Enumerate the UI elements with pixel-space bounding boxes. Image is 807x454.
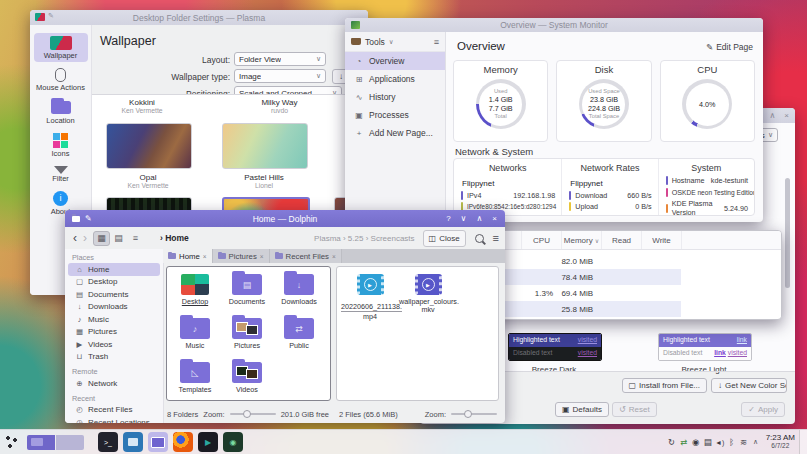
search-icon[interactable] xyxy=(475,234,484,243)
pager-desktop-1[interactable] xyxy=(27,435,55,450)
compact-view-button[interactable]: ▤ xyxy=(110,231,127,246)
defaults-button[interactable]: ▣ Defaults xyxy=(555,402,609,417)
tray-expand-icon[interactable]: ∧ xyxy=(750,438,762,446)
network-tray-icon[interactable]: ⇄ xyxy=(678,437,690,447)
close-split-view-button[interactable]: ◫ Close xyxy=(423,230,466,247)
tab-home[interactable]: Home × xyxy=(163,249,213,263)
hamburger-icon[interactable]: ≡ xyxy=(493,232,499,244)
scheme-preview-breeze-dark[interactable]: Highlighted text visited Disabled text v… xyxy=(508,333,602,361)
task-kdenlive[interactable]: ▶ xyxy=(198,432,218,452)
places-item-home[interactable]: ⌂Home xyxy=(68,263,160,276)
updates-tray-icon[interactable]: ↻ xyxy=(666,437,678,447)
write-column-header[interactable]: Write xyxy=(642,231,682,249)
nav-item-processes[interactable]: ▣ Processes xyxy=(345,106,445,124)
details-view-button[interactable]: ≡ xyxy=(127,231,144,246)
icons-view-button[interactable]: ▦ xyxy=(93,231,110,246)
wallpaper-name[interactable]: Milky Way xyxy=(237,98,322,107)
close-icon[interactable]: × xyxy=(784,111,789,120)
zoom-slider[interactable] xyxy=(451,413,497,415)
clock[interactable]: 7:23 AM 6/7/22 xyxy=(766,434,795,449)
tools-menu[interactable]: Tools xyxy=(365,37,385,47)
forward-button[interactable]: › xyxy=(83,231,87,245)
apply-button[interactable]: ✓ Apply xyxy=(741,402,785,417)
nav-item-applications[interactable]: ⊞ Applications xyxy=(345,70,445,88)
folder-documents[interactable]: ▤ Documents xyxy=(221,270,273,314)
bluetooth-tray-icon[interactable]: ᛒ xyxy=(726,437,738,447)
clipboard-tray-icon[interactable]: ▤ xyxy=(702,437,714,447)
show-desktop-button[interactable] xyxy=(799,430,807,454)
nav-item-add-new-page[interactable]: + Add New Page... xyxy=(345,124,445,142)
virtual-desktop-pager[interactable] xyxy=(27,435,84,450)
breadcrumb-secondary[interactable]: Plasma › 5.25 › Screencasts xyxy=(314,234,414,243)
titlebar-desktop-folder-settings[interactable]: ✎ Desktop Folder Settings — Plasma xyxy=(30,10,368,25)
tab-close-icon[interactable]: × xyxy=(260,253,264,260)
wallpaper-thumbnail-pastel-hills[interactable] xyxy=(222,123,308,169)
places-item-downloads[interactable]: ↓Downloads xyxy=(68,301,160,314)
nav-item-history[interactable]: ∿ History xyxy=(345,88,445,106)
places-item-recent-files[interactable]: ◴Recent Files xyxy=(68,404,160,417)
wifi-tray-icon[interactable]: ≋ xyxy=(738,437,750,447)
hamburger-icon[interactable]: ≡ xyxy=(434,37,439,47)
places-item-music[interactable]: ♪Music xyxy=(68,313,160,326)
folder-downloads[interactable]: ↓ Downloads xyxy=(273,270,325,314)
read-column-header[interactable]: Read xyxy=(602,231,642,249)
minimize-icon[interactable]: ∨ xyxy=(461,214,467,223)
places-item-recent-locations[interactable]: ◷Recent Locations xyxy=(68,416,160,423)
app-launcher-button[interactable] xyxy=(5,435,19,449)
tab-pictures[interactable]: Pictures × xyxy=(213,249,270,263)
edit-page-button[interactable]: ✎ Edit Page xyxy=(706,42,753,52)
cpu-column-header[interactable]: CPU xyxy=(522,231,562,249)
sidebar-item-filter[interactable]: Filter xyxy=(34,163,88,185)
layout-combobox[interactable]: Folder View ∨ xyxy=(234,52,326,66)
titlebar-system-monitor[interactable]: Overview — System Monitor xyxy=(345,18,763,32)
maximize-icon[interactable]: ∧ xyxy=(769,111,775,120)
get-new-color-schemes-button[interactable]: ↓ Get New Color Schemes... xyxy=(711,378,787,393)
reset-button[interactable]: ↺ Reset xyxy=(612,402,657,417)
scrollbar[interactable] xyxy=(785,178,790,288)
breadcrumb[interactable]: › Home xyxy=(160,233,189,243)
zoom-slider[interactable] xyxy=(230,413,276,415)
wallpaper-thumbnail-opal[interactable] xyxy=(106,123,192,169)
places-item-documents[interactable]: ▤Documents xyxy=(68,288,160,301)
screen-record-tray-icon[interactable]: ◉ xyxy=(690,437,702,447)
titlebar-dolphin[interactable]: ✎ Home — Dolphin ? ∨ ∧ × xyxy=(65,210,505,227)
install-from-file-button[interactable]: ▢ Install from File... xyxy=(622,378,707,393)
places-item-desktop[interactable]: ▢Desktop xyxy=(68,276,160,289)
folder-music[interactable]: ♪ Music xyxy=(169,314,221,358)
task-green-app[interactable]: ◉ xyxy=(223,432,243,452)
nav-item-overview[interactable]: ◔ Overview xyxy=(345,52,445,70)
back-button[interactable]: ‹ xyxy=(73,231,77,245)
scheme-preview-breeze-light[interactable]: Highlighted text link Disabled text link… xyxy=(658,333,752,361)
file-mp4[interactable]: ▶ 20220606_211138. mp4 xyxy=(341,270,399,322)
task-blue-app[interactable] xyxy=(123,432,143,452)
task-konsole[interactable]: >_ xyxy=(98,432,118,452)
sidebar-item-wallpaper[interactable]: Wallpaper xyxy=(34,33,88,62)
wallpaper-name[interactable]: Opal xyxy=(106,173,190,182)
volume-tray-icon[interactable]: ◄) xyxy=(714,439,726,446)
folder-public[interactable]: ⇄ Public xyxy=(273,314,325,358)
folder-pictures[interactable]: Pictures xyxy=(221,314,273,358)
places-item-network[interactable]: ⊕Network xyxy=(68,377,160,390)
tab-close-icon[interactable]: × xyxy=(203,253,207,260)
sidebar-item-mouse-actions[interactable]: Mouse Actions xyxy=(34,65,88,94)
task-system-settings-active[interactable] xyxy=(148,432,168,452)
folder-desktop[interactable]: Desktop xyxy=(169,270,221,314)
places-item-pictures[interactable]: ▦Pictures xyxy=(68,326,160,339)
sidebar-item-location[interactable]: Location xyxy=(34,98,88,127)
help-icon[interactable]: ? xyxy=(446,214,450,223)
folder-templates[interactable]: ◺ Templates xyxy=(169,358,221,402)
sidebar-item-icons[interactable]: Icons xyxy=(34,130,88,160)
wallpaper-name[interactable]: Pastel Hills xyxy=(222,173,306,182)
places-item-trash[interactable]: ⊔Trash xyxy=(68,351,160,364)
maximize-icon[interactable]: ∧ xyxy=(476,214,482,223)
wallpaper-name[interactable]: Kokkini xyxy=(102,98,182,107)
places-item-videos[interactable]: ▶Videos xyxy=(68,338,160,351)
pager-desktop-2[interactable] xyxy=(56,435,84,450)
tab-recent-files[interactable]: Recent Files × xyxy=(270,249,342,263)
tab-close-icon[interactable]: × xyxy=(332,253,336,260)
file-mkv[interactable]: ▶ wallpaper_colours. mkv xyxy=(399,270,457,322)
folder-videos[interactable]: Videos xyxy=(221,358,273,402)
task-firefox[interactable] xyxy=(173,432,193,452)
memory-column-header[interactable]: Memory ∨ xyxy=(562,231,602,249)
wallpaper-type-combobox[interactable]: Image ∨ xyxy=(234,69,326,83)
